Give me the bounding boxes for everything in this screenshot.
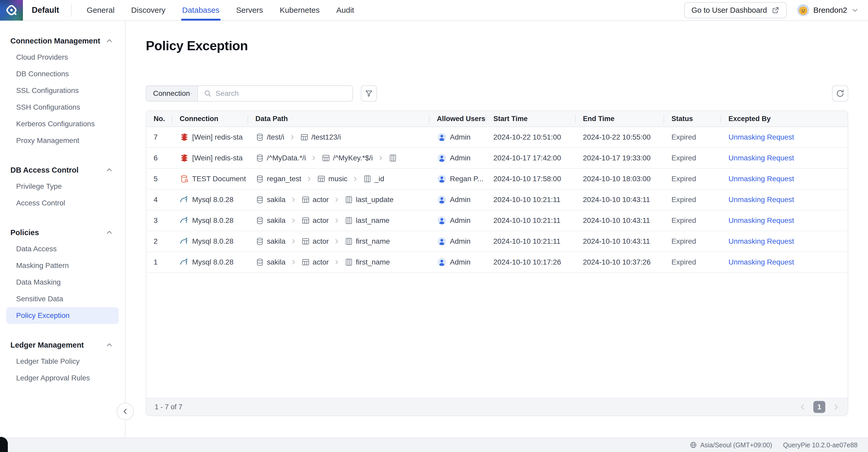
sidebar-group-header[interactable]: Connection Management: [0, 33, 125, 49]
cell-connection: TEST Document: [172, 174, 248, 184]
data-path-segment: last_name: [344, 216, 390, 225]
sidebar-group-title: Policies: [10, 228, 39, 237]
nav-tab[interactable]: Servers: [236, 0, 263, 21]
cell-status: Expired: [664, 154, 721, 162]
data-path-segment: /test123/i: [300, 133, 341, 142]
table-row[interactable]: 1 Mysql 8.0.28 sakila actor first_name A…: [146, 252, 848, 273]
user-icon: [437, 153, 447, 163]
unmasking-request-link[interactable]: Unmasking Request: [728, 216, 794, 225]
nav-tab[interactable]: Databases: [182, 0, 219, 21]
user-icon: [437, 132, 447, 142]
path-segment-icon: [255, 195, 264, 204]
sidebar-group-header[interactable]: Ledger Management: [0, 337, 125, 353]
cell-end-time: 2024-10-17 19:33:00: [576, 154, 664, 162]
path-segment-icon: [389, 154, 397, 162]
sidebar-item[interactable]: Masking Pattern: [6, 257, 119, 274]
dashboard-button-label: Go to User Dashboard: [691, 6, 767, 14]
chevron-down-icon: [851, 6, 859, 14]
chevron-right-icon: [334, 217, 340, 224]
sidebar-group-title: Ledger Management: [10, 341, 84, 350]
refresh-button[interactable]: [832, 85, 848, 101]
sidebar-item[interactable]: SSH Configurations: [6, 99, 119, 116]
sidebar-item[interactable]: Ledger Approval Rules: [6, 370, 119, 386]
sidebar-item[interactable]: Ledger Table Policy: [6, 353, 119, 370]
timezone: Asia/Seoul (GMT+09:00): [689, 441, 772, 449]
sidebar-item[interactable]: Proxy Management: [6, 132, 119, 149]
user-menu[interactable]: Brendon2: [797, 4, 859, 16]
path-segment-icon: [363, 175, 372, 183]
sidebar-group-title: Connection Management: [10, 37, 100, 45]
table-column-header: End Time: [576, 115, 664, 123]
table-row[interactable]: 5 TEST Document regan_test music _id Reg…: [146, 169, 848, 189]
advanced-filter-button[interactable]: [361, 85, 377, 101]
sidebar-item[interactable]: Access Control: [6, 195, 119, 211]
cell-end-time: 2024-10-10 10:43:11: [576, 216, 664, 225]
sidebar-group-header[interactable]: DB Access Control: [0, 162, 125, 178]
table-row[interactable]: 3 Mysql 8.0.28 sakila actor last_name Ad…: [146, 210, 848, 231]
sidebar-item[interactable]: Kerberos Configurations: [6, 116, 119, 132]
nav-divider: [71, 4, 71, 17]
sidebar-item[interactable]: Data Masking: [6, 274, 119, 291]
sidebar-item[interactable]: Sensitive Data: [6, 291, 119, 307]
unmasking-request-link[interactable]: Unmasking Request: [728, 195, 794, 204]
sidebar-group: Connection Management Cloud ProvidersDB …: [0, 33, 125, 149]
table-row[interactable]: 7 [Wein] redis-sta /test/i /test123/i Ad…: [146, 127, 848, 148]
cell-start-time: 2024-10-10 17:58:00: [486, 175, 576, 183]
workspace-name: Default: [32, 5, 59, 15]
connection-type-icon: [180, 237, 189, 246]
nav-tab[interactable]: Audit: [336, 0, 354, 21]
querypie-logo-icon: [5, 3, 18, 17]
sidebar-group-header[interactable]: Policies: [0, 224, 125, 241]
unmasking-request-link[interactable]: Unmasking Request: [728, 258, 794, 266]
sidebar-item[interactable]: Cloud Providers: [6, 49, 119, 66]
sidebar-collapse-button[interactable]: [117, 403, 134, 420]
unmasking-request-link[interactable]: Unmasking Request: [728, 133, 794, 141]
cell-excepted-by: Unmasking Request: [721, 195, 848, 204]
unmasking-request-link[interactable]: Unmasking Request: [728, 237, 794, 245]
chevron-right-icon: [352, 176, 358, 182]
pagination-page-1[interactable]: 1: [813, 401, 825, 413]
path-segment-icon: [300, 133, 309, 142]
table-column-header: Allowed Users: [430, 115, 486, 123]
filter-field-label: Connection: [153, 89, 190, 98]
chevron-right-icon: [306, 176, 312, 182]
filter-bar: Connection: [146, 85, 848, 101]
globe-icon: [689, 441, 697, 449]
table-row[interactable]: 6 [Wein] redis-sta /^MyData.*/i /^MyKey.…: [146, 148, 848, 169]
pagination-next-icon[interactable]: [832, 403, 840, 411]
table-row[interactable]: 4 Mysql 8.0.28 sakila actor last_update …: [146, 189, 848, 210]
chevron-right-icon: [311, 155, 317, 161]
data-path-segment: music: [317, 175, 347, 183]
chevron-right-icon: [334, 238, 340, 244]
app-logo[interactable]: [0, 0, 23, 21]
sidebar-item[interactable]: Policy Exception: [6, 307, 119, 324]
sidebar-item[interactable]: DB Connections: [6, 66, 119, 82]
go-to-user-dashboard-button[interactable]: Go to User Dashboard: [684, 2, 787, 18]
unmasking-request-link[interactable]: Unmasking Request: [728, 175, 794, 183]
avatar: [797, 4, 809, 16]
path-segment-icon: [344, 195, 353, 204]
chevron-up-icon: [106, 341, 113, 349]
search-input[interactable]: [216, 89, 347, 98]
table-row[interactable]: 2 Mysql 8.0.28 sakila actor first_name A…: [146, 231, 848, 252]
cell-data-path: /test/i /test123/i: [248, 133, 430, 142]
pagination-prev-icon[interactable]: [799, 403, 807, 411]
sidebar-item[interactable]: Data Access: [6, 241, 119, 257]
unmasking-request-link[interactable]: Unmasking Request: [728, 154, 794, 162]
cell-no: 4: [146, 195, 172, 204]
chevron-up-icon: [106, 167, 113, 174]
sidebar-item[interactable]: SSL Configurations: [6, 82, 119, 99]
data-path-segment: actor: [301, 216, 329, 225]
filter-field-selector[interactable]: Connection: [146, 85, 198, 101]
data-path-segment: actor: [301, 258, 329, 267]
sidebar-item[interactable]: Privilege Type: [6, 178, 119, 195]
cell-excepted-by: Unmasking Request: [721, 133, 848, 141]
nav-tab[interactable]: General: [87, 0, 115, 21]
nav-tab[interactable]: Kubernetes: [280, 0, 319, 21]
status-footer: Asia/Seoul (GMT+09:00) QueryPie 10.2.0-a…: [0, 438, 868, 452]
data-path-segment: sakila: [255, 195, 286, 204]
nav-tab[interactable]: Discovery: [131, 0, 165, 21]
user-icon: [437, 216, 447, 225]
path-segment-icon: [344, 216, 353, 225]
cell-start-time: 2024-10-10 10:21:11: [486, 216, 576, 225]
